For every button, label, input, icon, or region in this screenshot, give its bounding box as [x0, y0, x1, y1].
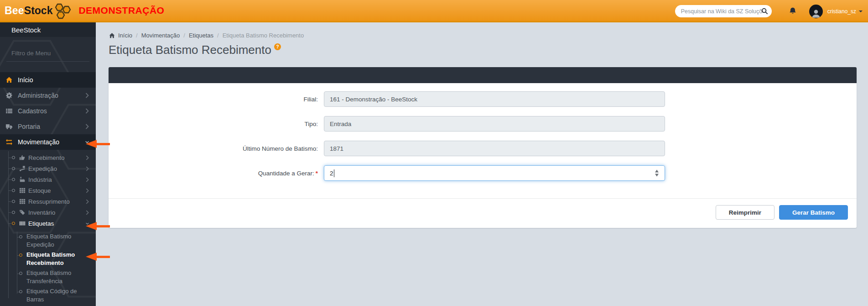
sidebar-item-label: Movimentação: [18, 138, 59, 146]
gears-icon: [5, 92, 18, 99]
bullet-icon: [12, 200, 15, 203]
sidebar-item-label: Expedição: [28, 165, 57, 172]
quantidade-label: Quantidade a Gerar:*: [109, 170, 324, 177]
search-icon[interactable]: [761, 8, 768, 15]
thumbs-up-icon: [19, 154, 26, 161]
sidebar-item-label: Etiqueta Código de Barras: [26, 287, 85, 304]
form-row-quantidade: Quantidade a Gerar:* 2: [109, 165, 857, 181]
form-row-tipo: Tipo: Entrada: [109, 116, 857, 132]
sidebar-item-industria[interactable]: Indústria: [0, 174, 96, 185]
panel-footer: Reimprimir Gerar Batismo: [109, 198, 857, 228]
bullet-icon: [12, 178, 15, 181]
sidebar-item-label: Portaria: [18, 123, 40, 130]
chevron-right-icon: [86, 199, 89, 204]
filial-label: Filial:: [109, 96, 324, 103]
sidebar-item-label: Administração: [18, 92, 58, 99]
sidebar-item-etiqueta-codigo-de-barras[interactable]: Etiqueta Código de Barras: [0, 286, 96, 305]
help-badge[interactable]: ?: [274, 43, 281, 50]
spinner-down-icon[interactable]: [655, 174, 659, 177]
sidebar: BeeStock Início Administração: [0, 22, 96, 306]
sidebar-item-cadastros[interactable]: Cadastros: [0, 103, 96, 119]
reimprimir-button[interactable]: Reimprimir: [716, 205, 774, 220]
gerar-batismo-button[interactable]: Gerar Batismo: [779, 205, 848, 220]
sidebar-item-etiqueta-batismo-expedicao[interactable]: Etiqueta Batismo Expedição: [0, 232, 96, 250]
page-title-text: Etiqueta Batismo Recebimento: [109, 43, 271, 57]
ultimo-numero-field: 1871: [324, 141, 665, 156]
bullet-icon: [19, 235, 22, 238]
breadcrumb-separator: /: [183, 32, 185, 39]
main-content: Início / Movimentação / Etiquetas / Etiq…: [96, 22, 868, 306]
notifications-bell-icon[interactable]: [789, 7, 797, 16]
wiki-search[interactable]: [675, 5, 772, 17]
breadcrumb-separator: /: [217, 32, 219, 39]
form-row-ultimo-numero: Último Número de Batismo: 1871: [109, 141, 857, 156]
exchange-arrows-icon: [5, 138, 18, 146]
chevron-right-icon: [85, 124, 89, 129]
brand-bee: Bee: [5, 5, 24, 17]
sidebar-item-administracao[interactable]: Administração: [0, 88, 96, 103]
factory-icon: [19, 176, 26, 183]
honeycomb-logo-icon: [54, 3, 72, 20]
sidebar-item-etiqueta-batismo-transferencia[interactable]: Etiqueta Batismo Transferência: [0, 268, 96, 286]
quantidade-stepper[interactable]: 2: [324, 165, 665, 181]
list-icon: [5, 107, 18, 115]
beestock-logo[interactable]: BeeStock: [5, 1, 72, 20]
sidebar-item-movimentacao[interactable]: Movimentação: [0, 134, 96, 150]
sidebar-item-recebimento[interactable]: Recebimento: [0, 152, 96, 163]
breadcrumb-etiquetas[interactable]: Etiquetas: [189, 32, 213, 39]
avatar[interactable]: [809, 5, 823, 18]
spinner-up-icon[interactable]: [655, 170, 659, 173]
person-icon: [811, 8, 821, 18]
chevron-right-icon: [85, 93, 89, 98]
bullet-icon: [12, 156, 15, 159]
tags-icon: [19, 209, 26, 216]
breadcrumb-inicio[interactable]: Início: [118, 32, 132, 39]
bullet-icon: [19, 272, 22, 275]
tipo-label: Tipo:: [109, 121, 324, 127]
search-input[interactable]: [681, 8, 763, 15]
caret-down-icon: [859, 11, 863, 12]
grid-icon: [19, 187, 26, 194]
sidebar-item-portaria[interactable]: Portaria: [0, 119, 96, 134]
brand-stock: Stock: [24, 5, 53, 17]
bullet-icon: [19, 253, 22, 257]
form-panel: Filial: 161 - Demonstração - BeeStock Ti…: [109, 67, 857, 228]
bullet-icon: [12, 211, 15, 214]
user-menu[interactable]: cristiano_sz: [827, 8, 863, 15]
bullet-icon: [12, 189, 15, 192]
header-actions: cristiano_sz: [675, 0, 863, 22]
ultimo-numero-label: Último Número de Batismo:: [109, 145, 324, 152]
breadcrumb-separator: /: [136, 32, 138, 39]
sidebar-item-inicio[interactable]: Início: [0, 72, 96, 88]
home-icon: [5, 76, 18, 84]
number-spinners[interactable]: [655, 170, 659, 177]
sidebar-item-estoque[interactable]: Estoque: [0, 185, 96, 196]
sidebar-item-label: Inventário: [28, 209, 55, 216]
truck-icon: [5, 123, 18, 130]
sidebar-item-label: Estoque: [28, 187, 51, 194]
chevron-right-icon: [85, 108, 89, 114]
filial-field: 161 - Demonstração - BeeStock: [324, 91, 665, 107]
sidebar-item-ressuprimento[interactable]: Ressuprimento: [0, 196, 96, 207]
sidebar-item-expedicao[interactable]: Expedição: [0, 163, 96, 174]
menu-filter[interactable]: [6, 46, 89, 62]
chevron-right-icon: [86, 188, 89, 193]
text-caret: [334, 169, 334, 177]
sidebar-item-label: Recebimento: [28, 154, 65, 161]
etiquetas-submenu: Etiqueta Batismo Expedição Etiqueta Bati…: [0, 229, 96, 305]
breadcrumb: Início / Movimentação / Etiquetas / Etiq…: [96, 22, 868, 39]
menu-filter-input[interactable]: [6, 46, 89, 61]
bullet-icon: [19, 290, 22, 293]
sidebar-item-inventario[interactable]: Inventário: [0, 207, 96, 218]
breadcrumb-movimentacao[interactable]: Movimentação: [141, 32, 180, 39]
sidebar-item-label: Etiquetas: [28, 220, 54, 227]
sidebar-item-label: Início: [18, 76, 33, 84]
top-header: BeeStock DEMONSTRAÇÃO: [0, 0, 868, 22]
bullet-icon: [12, 167, 15, 170]
sidebar-item-label: Indústria: [28, 176, 52, 183]
panel-body: Filial: 161 - Demonstração - BeeStock Ti…: [109, 83, 857, 198]
barcode-icon: [19, 220, 26, 227]
sidebar-item-etiquetas[interactable]: Etiquetas: [0, 218, 96, 229]
sidebar-item-etiqueta-batismo-recebimento[interactable]: Etiqueta Batismo Recebimento: [0, 250, 96, 268]
required-marker: *: [316, 170, 318, 177]
